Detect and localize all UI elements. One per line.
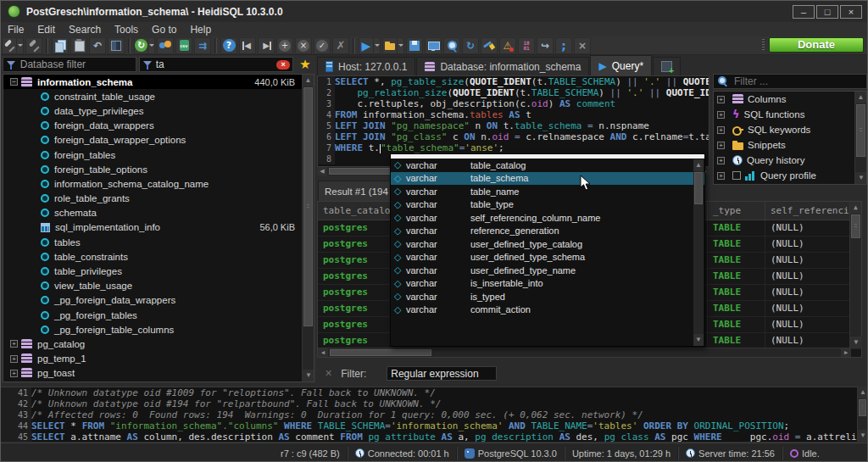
toolbar-undo-button[interactable]: ↶ [89,37,106,54]
toolbar-post-edit-button[interactable]: ✓ [314,37,331,54]
helpers-scrollbar[interactable]: ▲ ▼ [854,92,866,184]
cell[interactable]: (NULL) [765,317,851,332]
toolbar-semicolon-button[interactable]: ; [555,37,572,54]
menu-item-edit[interactable]: Edit [31,24,62,36]
scroll-down-arrow[interactable]: ▼ [850,337,862,348]
tab-query[interactable]: ▶Query* [590,55,652,75]
cell[interactable]: TABLE [708,220,765,236]
tree-item-data-type-privileges[interactable]: data_type_privileges [3,103,314,118]
tree-item-information-schema-catalog-name[interactable]: information_schema_catalog_name [3,176,314,191]
toolbar-find-button[interactable] [443,37,460,54]
menu-item-file[interactable]: File [1,24,31,36]
title-bar[interactable]: PostGresch\information_schema\ - HeidiSQ… [1,1,867,22]
scroll-up-arrow[interactable]: ▲ [850,202,861,214]
toolbar-drag-handle[interactable] [762,39,765,52]
tree-item-pg-toast[interactable]: +pg_toast [3,366,314,381]
cell[interactable]: (NULL) [765,237,851,252]
autocomplete-item-user-defined-type-schema[interactable]: ◇varcharuser_defined_type_schema [391,251,704,264]
scroll-thumb[interactable] [859,399,866,416]
toolbar-warnings-button[interactable]: ⚠ [499,37,516,54]
toolbar-clear-button[interactable]: × [574,37,591,54]
scroll-up-arrow[interactable]: ▲ [858,387,868,398]
helpers-filter-box[interactable] [713,74,867,89]
cell[interactable]: (NULL) [765,269,851,284]
dropdown-caret-icon[interactable] [373,38,380,53]
cell[interactable]: (NULL) [765,220,851,236]
autocomplete-item-user-defined-type-name[interactable]: ◇varcharuser_defined_type_name [391,264,704,277]
scroll-down-arrow[interactable]: ▼ [855,172,867,184]
toolbar-binary-view-button[interactable]: 1001 [518,37,535,54]
scroll-thumb[interactable] [856,104,865,157]
table-filter-input[interactable] [154,58,276,71]
database-filter-box[interactable] [3,57,136,72]
column-header-type[interactable]: _type [708,202,765,220]
expander-icon[interactable]: + [717,111,725,119]
toolbar-cancel-edit-button[interactable]: × [295,37,312,54]
toolbar-wrap-lines-button[interactable]: ↪ [537,37,554,54]
menu-item-search[interactable]: Search [62,24,108,36]
tree-item-pg-foreign-data-wrappers[interactable]: _pg_foreign_data_wrappers [3,293,314,308]
menu-item-tools[interactable]: Tools [108,24,145,36]
helper-item-snippets[interactable]: +Snippets [714,137,866,153]
toolbar-split-layout-button[interactable] [108,37,125,54]
log-scrollbar[interactable]: ▲ ▼ [857,387,867,442]
clear-filter-button[interactable]: × [276,60,290,70]
toolbar-save-button[interactable] [406,37,423,54]
close-button[interactable]: × [840,5,862,19]
menu-item-go-to[interactable]: Go to [145,24,183,36]
toolbar-last-record-button[interactable]: ▶ [258,37,275,54]
expander-icon[interactable]: + [10,340,18,348]
toolbar-disconnect-button[interactable] [25,37,42,54]
scroll-left-arrow[interactable]: ◀ [317,167,327,175]
tree-item-tables[interactable]: tables [3,235,314,249]
autocomplete-scrollbar[interactable]: ▲ ▼ [693,159,704,346]
clear-filter-icon[interactable]: ✕ [325,368,332,379]
autocomplete-item-commit-action[interactable]: ◇varcharcommit_action [391,303,704,317]
expander-icon[interactable]: + [717,157,725,164]
helper-item-sql-functions[interactable]: +ϟSQL functions [714,107,866,122]
database-filter-input[interactable] [19,58,136,71]
dropdown-caret-icon[interactable] [397,38,403,53]
cell[interactable]: TABLE [708,253,765,268]
scroll-up-arrow[interactable]: ▲ [855,92,866,103]
helper-item-query-history[interactable]: +Query history [714,153,866,168]
donate-button[interactable]: Donate [769,37,864,53]
scroll-thumb[interactable] [330,349,431,356]
cell[interactable]: TABLE [708,301,765,316]
scroll-down-arrow[interactable]: ▼ [303,370,314,381]
scroll-down-arrow[interactable]: ▼ [858,430,868,442]
expander-icon[interactable]: + [717,172,725,180]
toolbar-find-again-button[interactable]: ↻ [462,37,479,54]
toolbar-data-flow-button[interactable]: ⇉ [194,37,211,54]
autocomplete-item-is-typed[interactable]: ◇varcharis_typed [391,290,704,303]
tree-item-pg-catalog[interactable]: +pg_catalog [3,337,314,351]
scroll-thumb[interactable] [694,172,703,204]
checkbox[interactable] [732,171,741,180]
minimize-button[interactable]: – [793,5,815,19]
tree-item-table-privileges[interactable]: table_privileges [3,264,314,278]
toolbar-run-query-button[interactable]: ▶ [359,37,381,54]
toolbar-open-file-button[interactable] [382,37,404,54]
tree-item-role-table-grants[interactable]: role_table_grants [3,192,314,206]
scroll-thumb[interactable] [303,87,313,326]
cell[interactable]: TABLE [708,333,765,348]
dropdown-caret-icon[interactable] [147,38,154,53]
tree-item-foreign-table-options[interactable]: foreign_table_options [3,162,314,176]
tree-item-foreign-tables[interactable]: foreign_tables [3,148,314,162]
cell[interactable]: (NULL) [765,253,851,268]
tree-item-pg-foreign-table-columns[interactable]: _pg_foreign_table_columns [3,322,314,337]
toolbar-first-record-button[interactable]: ◀ [239,37,256,54]
cell[interactable]: TABLE [708,285,765,300]
scroll-up-arrow[interactable]: ▲ [303,75,314,86]
helper-item-sql-keywords[interactable]: +SQL keywords [714,122,866,137]
dropdown-caret-icon[interactable] [16,38,23,53]
toolbar-paste-button[interactable] [70,37,87,54]
tree-item-constraint-table-usage[interactable]: constraint_table_usage [3,89,314,103]
tab-database[interactable]: Database: information_schema [416,57,589,75]
cell[interactable]: TABLE [708,237,765,252]
tree-scrollbar[interactable]: ▲ ▼ [302,75,314,381]
tree-item-view-table-usage[interactable]: view_table_usage [3,279,314,293]
toolbar-refresh-button[interactable]: ↻ [134,37,155,54]
toolbar-reformat-sql-button[interactable] [481,37,498,54]
toolbar-new-query-window-button[interactable] [425,37,442,54]
